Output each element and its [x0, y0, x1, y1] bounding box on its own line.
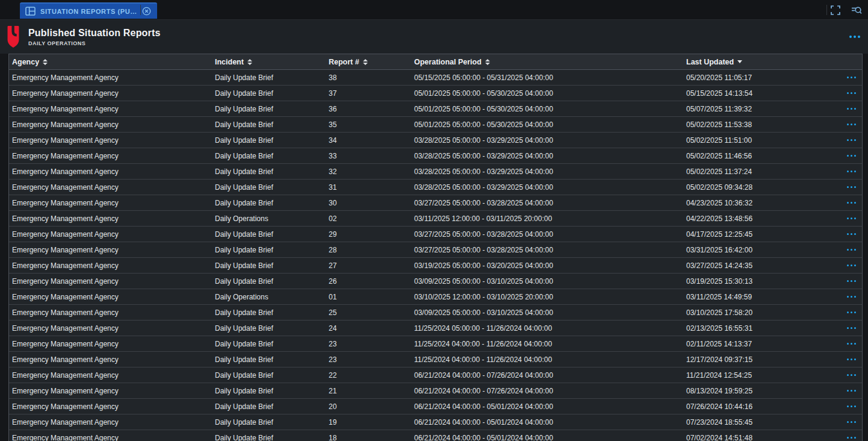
cell-operational-period: 03/28/2025 05:00:00 - 03/29/2025 04:00:0…: [411, 183, 683, 192]
row-actions-button[interactable]: [847, 327, 856, 329]
search-list-icon[interactable]: [851, 5, 862, 15]
row-actions-button[interactable]: [847, 217, 856, 219]
column-header-last-updated[interactable]: Last Updated: [683, 58, 835, 66]
top-bar: SITUATION REPORTS (PU…: [0, 0, 868, 20]
title-block: Published Situation Reports DAILY OPERAT…: [28, 28, 161, 46]
cell-operational-period: 03/28/2025 05:00:00 - 03/29/2025 04:00:0…: [411, 167, 683, 176]
row-actions-button[interactable]: [847, 92, 856, 94]
cell-last-updated: 05/20/2025 11:05:17: [683, 74, 835, 82]
table-row[interactable]: Emergency Management AgencyDaily Update …: [9, 367, 862, 383]
cell-agency: Emergency Management Agency: [9, 402, 212, 411]
cell-incident: Daily Update Brief: [212, 355, 326, 364]
cell-report-number: 34: [326, 136, 411, 145]
row-actions-cell: [835, 280, 862, 282]
table-row[interactable]: Emergency Management AgencyDaily Update …: [9, 86, 862, 101]
table-row[interactable]: Emergency Management AgencyDaily Update …: [9, 242, 862, 258]
cell-last-updated: 03/31/2025 16:42:00: [683, 246, 835, 254]
row-actions-button[interactable]: [847, 374, 856, 376]
tab-situation-reports[interactable]: SITUATION REPORTS (PU…: [20, 2, 157, 19]
cell-last-updated: 05/02/2025 09:34:28: [683, 183, 835, 192]
cell-last-updated: 11/21/2024 12:54:25: [683, 371, 835, 380]
cell-operational-period: 03/09/2025 05:00:00 - 03/10/2025 04:00:0…: [411, 308, 683, 317]
table-row[interactable]: Emergency Management AgencyDaily Update …: [9, 336, 862, 352]
cell-agency: Emergency Management Agency: [9, 340, 212, 348]
cell-report-number: 28: [326, 246, 411, 254]
table-row[interactable]: Emergency Management AgencyDaily Update …: [9, 305, 862, 321]
fullscreen-icon[interactable]: [831, 5, 840, 15]
cell-agency: Emergency Management Agency: [9, 74, 212, 82]
column-label: Operational Period: [414, 58, 482, 66]
page-subtitle: DAILY OPERATIONS: [28, 40, 161, 46]
table-row[interactable]: Emergency Management AgencyDaily Update …: [9, 180, 862, 195]
table-row[interactable]: Emergency Management AgencyDaily Update …: [9, 352, 862, 367]
table-header-row: AgencyIncidentReport #Operational Period…: [9, 54, 862, 70]
row-actions-button[interactable]: [847, 155, 856, 157]
row-actions-cell: [835, 421, 862, 423]
table-row[interactable]: Emergency Management AgencyDaily Update …: [9, 399, 862, 414]
cell-incident: Daily Update Brief: [212, 434, 326, 441]
row-actions-button[interactable]: [847, 390, 856, 392]
column-header-report[interactable]: Report #: [326, 58, 411, 66]
row-actions-cell: [835, 390, 862, 392]
cell-operational-period: 03/27/2025 05:00:00 - 03/28/2025 04:00:0…: [411, 246, 683, 254]
cell-agency: Emergency Management Agency: [9, 277, 212, 286]
row-actions-button[interactable]: [847, 311, 856, 313]
table-row[interactable]: Emergency Management AgencyDaily Update …: [9, 274, 862, 289]
table-row[interactable]: Emergency Management AgencyDaily Update …: [9, 101, 862, 117]
cell-report-number: 38: [326, 74, 411, 82]
header-menu-button[interactable]: [849, 36, 860, 38]
row-actions-button[interactable]: [847, 249, 856, 251]
row-actions-button[interactable]: [847, 421, 856, 423]
cell-last-updated: 12/17/2024 09:37:15: [683, 355, 835, 364]
row-actions-button[interactable]: [847, 405, 856, 407]
cell-agency: Emergency Management Agency: [9, 434, 212, 441]
row-actions-button[interactable]: [847, 296, 856, 298]
row-actions-button[interactable]: [847, 437, 856, 439]
row-actions-button[interactable]: [847, 77, 856, 78]
row-actions-button[interactable]: [847, 233, 856, 235]
column-header-agency[interactable]: Agency: [9, 58, 212, 66]
page-title: Published Situation Reports: [28, 28, 161, 39]
cell-report-number: 19: [326, 418, 411, 427]
cell-agency: Emergency Management Agency: [9, 105, 212, 113]
table-row[interactable]: Emergency Management AgencyDaily Update …: [9, 258, 862, 274]
reports-table: AgencyIncidentReport #Operational Period…: [8, 54, 863, 441]
cell-incident: Daily Update Brief: [212, 183, 326, 192]
row-actions-cell: [835, 155, 862, 157]
row-actions-button[interactable]: [847, 124, 856, 125]
row-actions-button[interactable]: [847, 139, 856, 141]
cell-last-updated: 07/26/2024 10:44:16: [683, 402, 835, 411]
table-row[interactable]: Emergency Management AgencyDaily Update …: [9, 148, 862, 164]
table-row[interactable]: Emergency Management AgencyDaily Update …: [9, 321, 862, 336]
row-actions-button[interactable]: [847, 280, 856, 282]
row-actions-button[interactable]: [847, 170, 856, 172]
table-row[interactable]: Emergency Management AgencyDaily Update …: [9, 414, 862, 430]
table-row[interactable]: Emergency Management AgencyDaily Update …: [9, 383, 862, 399]
table-row[interactable]: Emergency Management AgencyDaily Update …: [9, 195, 862, 211]
row-actions-button[interactable]: [847, 264, 856, 266]
cell-operational-period: 06/21/2024 04:00:00 - 05/01/2024 04:00:0…: [411, 402, 683, 411]
cell-agency: Emergency Management Agency: [9, 308, 212, 317]
row-actions-button[interactable]: [847, 343, 856, 345]
cell-report-number: 21: [326, 387, 411, 395]
table-row[interactable]: Emergency Management AgencyDaily Update …: [9, 133, 862, 148]
table-row[interactable]: Emergency Management AgencyDaily Update …: [9, 117, 862, 133]
table-row[interactable]: Emergency Management AgencyDaily Update …: [9, 227, 862, 242]
cell-agency: Emergency Management Agency: [9, 120, 212, 129]
row-actions-button[interactable]: [847, 358, 856, 360]
table-row[interactable]: Emergency Management AgencyDaily Operati…: [9, 289, 862, 305]
tab-close-icon[interactable]: [142, 7, 151, 16]
row-actions-button[interactable]: [847, 186, 856, 188]
table-row[interactable]: Emergency Management AgencyDaily Update …: [9, 430, 862, 441]
cell-incident: Daily Update Brief: [212, 418, 326, 427]
column-header-incident[interactable]: Incident: [212, 58, 326, 66]
table-row[interactable]: Emergency Management AgencyDaily Update …: [9, 70, 862, 86]
table-row[interactable]: Emergency Management AgencyDaily Operati…: [9, 211, 862, 227]
cell-report-number: 25: [326, 308, 411, 317]
row-actions-cell: [835, 311, 862, 313]
row-actions-button[interactable]: [847, 108, 856, 110]
row-actions-button[interactable]: [847, 202, 856, 204]
table-row[interactable]: Emergency Management AgencyDaily Update …: [9, 164, 862, 180]
column-header-operational-period[interactable]: Operational Period: [411, 58, 683, 66]
cell-incident: Daily Update Brief: [212, 105, 326, 113]
